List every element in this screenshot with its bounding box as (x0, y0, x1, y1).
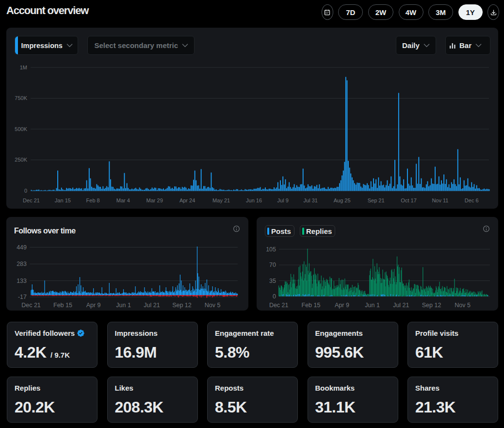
svg-text:Aug 25: Aug 25 (334, 198, 351, 203)
svg-text:Apr 9: Apr 9 (86, 302, 101, 309)
svg-text:Jul 21: Jul 21 (144, 302, 160, 309)
svg-text:0: 0 (273, 293, 276, 300)
svg-text:Apr 9: Apr 9 (335, 302, 349, 309)
svg-text:1M: 1M (20, 65, 27, 70)
svg-text:Jan 15: Jan 15 (55, 198, 71, 203)
svg-text:Dec 21: Dec 21 (21, 302, 41, 309)
svg-text:Apr 24: Apr 24 (179, 198, 195, 203)
svg-text:133: 133 (16, 278, 27, 284)
svg-text:Feb 8: Feb 8 (86, 198, 100, 203)
svg-text:Sep 12: Sep 12 (172, 302, 192, 309)
svg-text:750K: 750K (15, 95, 27, 101)
svg-text:Dec 21: Dec 21 (23, 198, 40, 203)
svg-text:250K: 250K (15, 157, 27, 163)
svg-text:Jul 21: Jul 21 (393, 302, 409, 309)
svg-text:Mar 4: Mar 4 (116, 198, 130, 203)
svg-text:Nov 5: Nov 5 (455, 302, 471, 309)
svg-text:105: 105 (266, 246, 276, 253)
svg-text:Jun 16: Jun 16 (246, 198, 262, 203)
svg-text:449: 449 (16, 244, 27, 251)
svg-text:Nov 11: Nov 11 (432, 198, 448, 203)
svg-text:Jun 1: Jun 1 (365, 302, 380, 309)
svg-text:Jul 9: Jul 9 (277, 198, 289, 203)
svg-text:Dec 6: Dec 6 (465, 198, 479, 203)
svg-text:Nov 5: Nov 5 (205, 302, 221, 309)
svg-text:35: 35 (269, 278, 276, 284)
svg-text:500K: 500K (15, 126, 27, 132)
svg-text:Sep 12: Sep 12 (422, 302, 441, 309)
svg-text:Dec 21: Dec 21 (269, 302, 289, 309)
svg-text:Feb 15: Feb 15 (302, 302, 321, 309)
svg-text:Jul 31: Jul 31 (304, 198, 318, 203)
svg-text:Oct 17: Oct 17 (401, 198, 416, 203)
svg-text:Sep 21: Sep 21 (368, 198, 385, 203)
svg-text:0: 0 (24, 188, 27, 194)
svg-text:May 21: May 21 (212, 198, 230, 203)
svg-text:283: 283 (16, 261, 27, 267)
svg-text:70: 70 (269, 262, 276, 268)
svg-text:Mar 29: Mar 29 (146, 198, 163, 203)
svg-text:-17: -17 (18, 294, 27, 300)
svg-text:Feb 15: Feb 15 (53, 302, 72, 309)
svg-text:Jun 1: Jun 1 (116, 302, 131, 309)
